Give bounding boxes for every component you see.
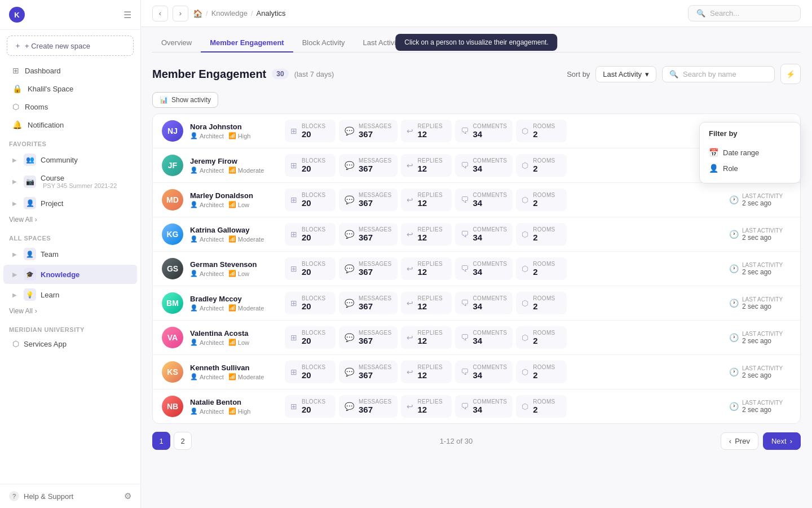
sidebar-item-project[interactable]: ▶ 👤 Project bbox=[3, 194, 137, 213]
filter-role[interactable]: 👤 Role bbox=[709, 160, 791, 176]
hamburger-icon[interactable]: ☰ bbox=[123, 10, 131, 20]
breadcrumb-knowledge[interactable]: Knowledge bbox=[211, 9, 248, 17]
sidebar-item-dashboard[interactable]: ⊞ Dashboard bbox=[3, 62, 137, 79]
member-stats: ⊞ BLOCKS 20 💬 MESSAGES 367 ↩ bbox=[285, 361, 725, 383]
blocks-stat: ⊞ BLOCKS 20 bbox=[285, 120, 336, 142]
avatar: NB bbox=[162, 396, 183, 417]
filter-date-range[interactable]: 📅 Date range bbox=[709, 144, 791, 160]
person-icon: 👤 bbox=[190, 201, 198, 208]
replies-stat: ↩ REPLIES 12 bbox=[401, 292, 452, 314]
table-row[interactable]: VA Valentina Acosta 👤Architect 📶Low ⊞ BL… bbox=[153, 321, 800, 355]
page-1[interactable]: 1 bbox=[152, 432, 170, 450]
create-new-space-button[interactable]: ＋ + Create new space bbox=[7, 36, 134, 56]
prev-button[interactable]: ‹ Prev bbox=[721, 432, 758, 450]
topbar: ‹ › 🏠 / Knowledge / Analytics 🔍 Search..… bbox=[141, 0, 812, 27]
topbar-left: ‹ › 🏠 / Knowledge / Analytics bbox=[152, 6, 286, 21]
last-activity-stat: 🕐 LAST ACTIVITY 2 sec ago bbox=[729, 331, 791, 345]
table-row[interactable]: BM Bradley Mccoy 👤Architect 📶Moderate ⊞ … bbox=[153, 286, 800, 321]
view-all-spaces[interactable]: View All › bbox=[0, 305, 140, 319]
blocks-icon: ⊞ bbox=[290, 367, 297, 376]
comments-icon: 🗨 bbox=[461, 367, 469, 376]
comments-icon: 🗨 bbox=[461, 161, 469, 170]
person-icon: 👤 bbox=[190, 373, 198, 380]
sidebar-item-khalils-space[interactable]: 🔒 Khalil's Space bbox=[3, 80, 137, 97]
tab-member-engagement[interactable]: Member Engagement bbox=[201, 34, 293, 52]
messages-icon: 💬 bbox=[345, 195, 354, 204]
table-row[interactable]: MD Marley Donaldson 👤Architect 📶Low ⊞ BL… bbox=[153, 183, 800, 217]
bar-icon: 📶 bbox=[228, 167, 236, 174]
person-icon: 👤 bbox=[190, 235, 198, 243]
messages-icon: 💬 bbox=[345, 402, 354, 411]
blocks-stat: ⊞ BLOCKS 20 bbox=[285, 223, 336, 246]
table-row[interactable]: GS German Stevenson 👤Architect 📶Low ⊞ BL… bbox=[153, 252, 800, 286]
comments-stat: 🗨 COMMENTS 34 bbox=[455, 361, 513, 383]
member-role: 👤Architect bbox=[190, 167, 224, 174]
member-stats: ⊞ BLOCKS 20 💬 MESSAGES 367 ↩ bbox=[285, 223, 725, 246]
sidebar-item-knowledge[interactable]: ▶ 🎓 Knowledge bbox=[3, 265, 137, 284]
last-activity-stat: 🕐 LAST ACTIVITY 2 sec ago bbox=[729, 400, 791, 414]
person-icon: 👤 bbox=[190, 408, 198, 415]
rooms-stat: ⬡ ROOMS 2 bbox=[516, 361, 567, 383]
tab-last-activity[interactable]: Last Activity bbox=[354, 34, 411, 52]
plus-icon: ＋ bbox=[14, 41, 21, 51]
comments-icon: 🗨 bbox=[461, 195, 469, 204]
expand-icon: ▶ bbox=[12, 271, 17, 278]
back-button[interactable]: ‹ bbox=[152, 6, 168, 21]
clock-icon: 🕐 bbox=[729, 333, 739, 342]
sidebar-item-learn[interactable]: ▶ 💡 Learn bbox=[3, 285, 137, 304]
replies-stat: ↩ REPLIES 12 bbox=[401, 189, 452, 211]
expand-icon: ▶ bbox=[12, 200, 17, 207]
knowledge-icon: 🎓 bbox=[24, 268, 36, 281]
page-title-wrap: Member Engagement 30 (last 7 days) bbox=[152, 68, 334, 81]
table-row[interactable]: NB Natalie Benton 👤Architect 📶High ⊞ BLO… bbox=[153, 389, 800, 423]
messages-stat: 💬 MESSAGES 367 bbox=[339, 257, 398, 280]
table-row[interactable]: KG Katrina Galloway 👤Architect 📶Moderate… bbox=[153, 217, 800, 252]
tab-overview[interactable]: Overview bbox=[152, 34, 201, 52]
view-all-favorites[interactable]: View All › bbox=[0, 213, 140, 228]
sort-select[interactable]: Last Activity ▾ bbox=[595, 66, 656, 82]
comments-icon: 🗨 bbox=[461, 126, 469, 135]
sidebar-item-rooms[interactable]: ⬡ Rooms bbox=[3, 98, 137, 115]
clock-icon: 🕐 bbox=[729, 230, 739, 239]
comments-icon: 🗨 bbox=[461, 402, 469, 411]
tab-block-activity[interactable]: Block Activity bbox=[293, 34, 354, 52]
table-row[interactable]: KS Kenneth Sullivan 👤Architect 📶Moderate… bbox=[153, 355, 800, 389]
member-stats: ⊞ BLOCKS 20 💬 MESSAGES 367 ↩ bbox=[285, 189, 725, 211]
next-button[interactable]: Next › bbox=[763, 432, 801, 450]
rooms-stat-icon: ⬡ bbox=[522, 161, 528, 170]
search-by-name-input[interactable]: 🔍 Search by name bbox=[662, 66, 775, 82]
member-info: Nora Johnston 👤Architect 📶High bbox=[190, 122, 280, 139]
search-box[interactable]: 🔍 Search... bbox=[688, 5, 801, 21]
messages-stat: 💬 MESSAGES 367 bbox=[339, 361, 398, 383]
show-activity-button[interactable]: 📊 Show activity bbox=[152, 92, 218, 108]
help-icon: ? bbox=[9, 491, 19, 501]
sidebar-item-team[interactable]: ▶ 👤 Team bbox=[3, 244, 137, 264]
member-engagement: 📶Moderate bbox=[228, 373, 264, 380]
forward-button[interactable]: › bbox=[173, 6, 188, 21]
bar-icon: 📶 bbox=[228, 304, 236, 312]
sidebar-item-course[interactable]: ▶ 📷 Course PSY 345 Summer 2021-22 bbox=[3, 170, 137, 192]
tab-attendance[interactable]: Attendance bbox=[487, 34, 542, 52]
sidebar-item-community[interactable]: ▶ 👥 Community bbox=[3, 150, 137, 169]
help-support-link[interactable]: ? Help & Support bbox=[9, 491, 73, 501]
gear-icon[interactable]: ⚙ bbox=[124, 491, 131, 501]
messages-icon: 💬 bbox=[345, 126, 354, 135]
sidebar-item-services-app[interactable]: ⬡ Services App bbox=[3, 336, 137, 352]
page-2[interactable]: 2 bbox=[174, 432, 192, 450]
expand-icon: ▶ bbox=[12, 251, 17, 257]
messages-stat: 💬 MESSAGES 367 bbox=[339, 395, 398, 418]
tab-member-progress[interactable]: Member Progress bbox=[411, 34, 487, 52]
activity-icon: 📊 bbox=[160, 96, 168, 104]
blocks-stat: ⊞ BLOCKS 20 bbox=[285, 326, 336, 349]
filter-button[interactable]: ⚡ bbox=[780, 64, 801, 84]
project-icon: 👤 bbox=[24, 197, 36, 209]
avatar: VA bbox=[162, 327, 183, 348]
breadcrumb-analytics[interactable]: Analytics bbox=[257, 9, 286, 17]
community-icon: 👥 bbox=[24, 154, 36, 166]
home-icon[interactable]: 🏠 bbox=[193, 9, 202, 18]
member-engagement: 📶Moderate bbox=[228, 304, 264, 312]
blocks-stat: ⊞ BLOCKS 20 bbox=[285, 189, 336, 211]
sidebar-item-notification[interactable]: 🔔 Notification bbox=[3, 116, 137, 133]
clock-icon: 🕐 bbox=[729, 367, 739, 376]
comments-stat: 🗨 COMMENTS 34 bbox=[455, 223, 513, 246]
